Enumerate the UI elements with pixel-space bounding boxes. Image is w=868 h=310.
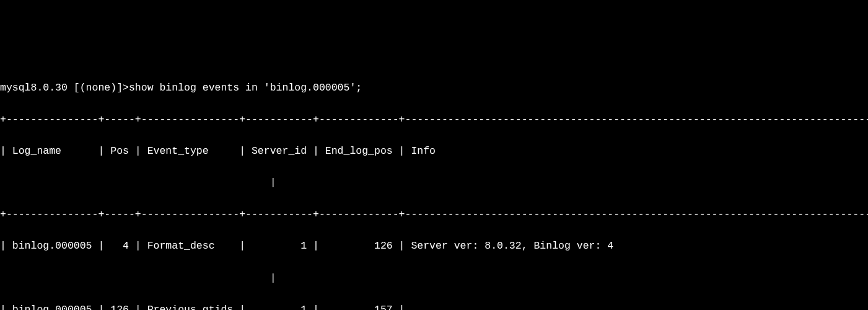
table-border-top: +---------------+-----+----------------+… bbox=[0, 112, 868, 128]
mysql-prompt-line: mysql8.0.30 [(none)]>show binlog events … bbox=[0, 80, 868, 96]
table-row-1b: | bbox=[0, 270, 868, 286]
terminal-window: mysql8.0.30 [(none)]>show binlog events … bbox=[0, 64, 868, 310]
table-header-l2: | bbox=[0, 175, 868, 191]
table-border-mid: +---------------+-----+----------------+… bbox=[0, 206, 868, 223]
table-header-l1: | Log_name | Pos | Event_type | Server_i… bbox=[0, 143, 868, 159]
table-row-1a: | binlog.000005 | 4 | Format_desc | 1 | … bbox=[0, 238, 868, 254]
table-row-2a: | binlog.000005 | 126 | Previous_gtids |… bbox=[0, 302, 868, 310]
